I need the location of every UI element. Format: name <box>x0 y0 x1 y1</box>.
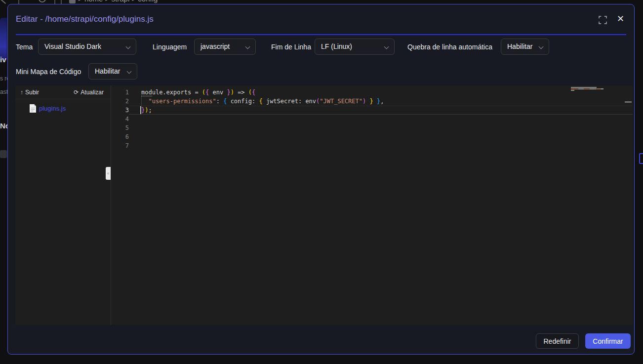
code-line[interactable]: 5 <box>111 123 633 132</box>
background-text-fragment-3: ast <box>0 88 7 95</box>
up-directory-button[interactable]: ↑Subir <box>20 85 39 99</box>
text-cursor <box>140 106 141 114</box>
code-lines: 1module.exports = ({ env }) => ({2 "user… <box>111 88 633 150</box>
refresh-button[interactable]: ⟳Atualizar <box>74 85 104 99</box>
chevron-down-icon <box>245 44 250 49</box>
background-topbar: > home > strapi > config <box>0 0 643 4</box>
line-ending-select[interactable]: LF (Linux) <box>315 39 395 55</box>
file-icon <box>29 104 37 113</box>
code-text <box>129 115 633 123</box>
scrollbar-marker <box>625 101 632 103</box>
search-icon <box>39 0 46 2</box>
chevron-down-icon <box>384 44 389 49</box>
background-right-fragment <box>639 153 643 164</box>
code-text: "users-permissions": { config: { jwtSecr… <box>129 97 633 106</box>
fullscreen-icon[interactable] <box>599 16 607 24</box>
file-name: plugins.js <box>39 105 66 112</box>
code-line[interactable]: 4 <box>111 115 633 123</box>
header-divider <box>16 34 626 35</box>
file-tree-panel: ↑Subir ⟳Atualizar plugins.js <box>15 85 111 325</box>
theme-value: Visual Studio Dark <box>44 42 101 50</box>
edit-file-dialog: Editar - /home/strapi/config/plugins.js … <box>7 4 635 355</box>
chevron-down-icon <box>127 69 132 74</box>
logo-fragment-icon <box>0 0 6 4</box>
line-number: 2 <box>111 97 129 106</box>
language-value: javascript <box>201 42 230 50</box>
line-ending-label: Fim de Linha <box>271 42 311 51</box>
toolbar-separator <box>18 0 19 4</box>
breadcrumb: > home > strapi > config <box>78 0 158 4</box>
background-text-fragment-1: iv <box>0 55 7 64</box>
refresh-icon: ⟳ <box>74 85 79 99</box>
code-line[interactable]: 2 "users-permissions": { config: { jwtSe… <box>111 97 633 106</box>
theme-label: Tema <box>16 42 33 51</box>
minimap-line <box>571 88 603 89</box>
code-text <box>129 141 633 150</box>
collapse-panel-handle[interactable]: « <box>106 167 111 180</box>
minimap-line <box>571 87 597 88</box>
word-wrap-label: Quebra de linha automática <box>407 42 492 51</box>
code-text: module.exports = ({ env }) => ({ <box>129 88 633 97</box>
language-select[interactable]: javascript <box>194 39 256 55</box>
code-text <box>129 132 633 141</box>
code-line[interactable]: 1module.exports = ({ env }) => ({ <box>111 88 633 97</box>
code-line[interactable]: 7 <box>111 141 633 150</box>
close-icon[interactable]: ✕ <box>617 13 624 24</box>
minimap-select[interactable]: Habilitar <box>88 63 137 80</box>
folder-icon <box>69 0 76 3</box>
code-text <box>129 123 633 132</box>
chevron-down-icon <box>126 44 131 49</box>
screen: > home > strapi > config iv s re ast No … <box>0 0 643 364</box>
theme-select[interactable]: Visual Studio Dark <box>38 39 136 55</box>
line-number: 6 <box>111 132 129 141</box>
code-line[interactable]: 6 <box>111 132 633 141</box>
line-number: 1 <box>111 88 129 97</box>
line-ending-value: LF (Linux) <box>321 42 352 50</box>
indent-guide <box>141 97 142 106</box>
arrow-up-icon: ↑ <box>20 85 23 99</box>
line-number: 5 <box>111 123 129 132</box>
toolbar-separator <box>54 0 55 4</box>
reset-button[interactable]: Redefinir <box>536 333 579 349</box>
line-number: 7 <box>111 141 129 150</box>
background-sidebar-highlight <box>0 18 7 60</box>
word-wrap-select[interactable]: Habilitar <box>501 39 549 55</box>
file-item-plugins-js[interactable]: plugins.js <box>29 102 66 114</box>
editor-workspace: ↑Subir ⟳Atualizar plugins.js « 1module.e… <box>15 85 633 325</box>
chevron-down-icon <box>539 44 544 49</box>
minimap-line <box>571 90 574 91</box>
minimap-label: Mini Mapa de Código <box>16 67 81 76</box>
file-tree-header: ↑Subir ⟳Atualizar <box>15 85 111 99</box>
word-wrap-value: Habilitar <box>507 42 532 50</box>
line-number: 3 <box>111 106 129 115</box>
language-label: Linguagem <box>153 42 187 51</box>
line-number: 4 <box>111 115 129 123</box>
minimap <box>571 87 605 91</box>
background-checkbox-fragment <box>0 150 7 158</box>
toolbar-separator <box>61 0 62 4</box>
minimap-value: Habilitar <box>95 67 120 75</box>
confirm-button[interactable]: Confirmar <box>585 333 631 349</box>
background-text-fragment-4: No <box>0 121 7 130</box>
code-editor[interactable]: 1module.exports = ({ env }) => ({2 "user… <box>111 85 633 325</box>
background-text-fragment-2: s re <box>0 75 7 82</box>
dialog-title: Editar - /home/strapi/config/plugins.js <box>16 14 154 24</box>
code-text: }); <box>129 106 633 115</box>
code-line[interactable]: 3}); <box>111 106 633 115</box>
